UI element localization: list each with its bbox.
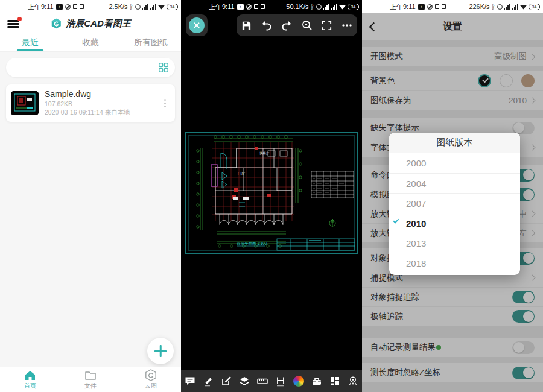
- add-drawing-button[interactable]: [147, 338, 174, 364]
- file-list-item[interactable]: Sample.dwg 107.62KB 2020-03-16 09:11:14 …: [6, 84, 175, 122]
- annotation-toolbar: [181, 370, 362, 392]
- layout-button[interactable]: [328, 374, 342, 388]
- dimension-button[interactable]: [273, 374, 288, 388]
- wifi-icon: [158, 4, 165, 10]
- view-3d-button[interactable]: [346, 374, 360, 388]
- close-icon: [189, 17, 205, 33]
- trash-icon: [254, 4, 258, 9]
- signal-icon: [323, 4, 329, 10]
- option-label: 2000: [406, 158, 426, 168]
- alarm-icon: [497, 4, 503, 10]
- toolbox-icon: [311, 375, 323, 387]
- zoom-search-button[interactable]: [299, 17, 315, 33]
- nav-home[interactable]: 首页: [0, 367, 60, 392]
- search-bar[interactable]: [6, 58, 175, 77]
- projector-eye-icon: [347, 375, 359, 387]
- cad-drawing-canvas[interactable]: 门厅 快餐厅 首层平面图 1:100: [183, 130, 360, 257]
- save-button[interactable]: [239, 17, 255, 33]
- do-not-disturb-icon: [427, 4, 433, 10]
- redo-icon: [281, 19, 293, 31]
- file-thumbnail: [11, 91, 39, 115]
- nav-cloud[interactable]: 云图: [121, 367, 181, 392]
- close-drawing-button[interactable]: [186, 14, 208, 36]
- status-bar: 上午9:11 ♪ 2.5K/s 34: [0, 0, 181, 13]
- status-bar: 上午9:11 ♪ 50.1K/s 34: [181, 0, 362, 13]
- file-name: Sample.dwg: [45, 89, 159, 99]
- undo-button[interactable]: [259, 17, 275, 33]
- do-not-disturb-icon: [65, 4, 71, 10]
- option-label: 2018: [406, 258, 426, 268]
- tab-all-drawings[interactable]: 所有图纸: [121, 34, 181, 51]
- version-option-2004[interactable]: 2004: [389, 173, 520, 193]
- bluetooth-icon: [130, 3, 133, 10]
- drawing-version-dialog: 图纸版本 2000 2004 2007 2010 2013 2018: [389, 133, 520, 275]
- file-size: 107.62KB: [45, 100, 159, 107]
- menu-button[interactable]: [7, 19, 19, 28]
- nav-label: 云图: [145, 382, 157, 390]
- check-icon: [393, 218, 399, 224]
- signal-icon: [512, 4, 518, 10]
- draw-button[interactable]: [201, 374, 215, 388]
- tab-recent[interactable]: 最近: [0, 34, 60, 51]
- wifi-icon: [520, 4, 527, 10]
- trash-icon: [442, 4, 446, 9]
- battery-icon: 34: [348, 4, 359, 10]
- battery-icon: 34: [167, 4, 178, 10]
- status-time: 上午9:11: [209, 2, 235, 11]
- drawing-viewer-panel: 上午9:11 ♪ 50.1K/s 34: [181, 0, 362, 392]
- tab-favorites[interactable]: 收藏: [60, 34, 121, 51]
- version-option-2013[interactable]: 2013: [389, 233, 520, 253]
- music-note-icon: ♪: [237, 4, 244, 10]
- signal-icon: [331, 4, 337, 10]
- drawing-caption: 首层平面图 1:100: [237, 241, 267, 246]
- edit-button[interactable]: [219, 374, 233, 388]
- redo-button[interactable]: [279, 17, 294, 33]
- file-info: Sample.dwg 107.62KB 2020-03-16 09:11:14 …: [45, 89, 159, 117]
- fullscreen-button[interactable]: [319, 17, 335, 33]
- color-button[interactable]: [291, 374, 306, 388]
- layers-button[interactable]: [237, 374, 252, 388]
- status-net-speed: 2.5K/s: [109, 3, 127, 10]
- file-meta: 2020-03-16 09:11:14 来自本地: [45, 109, 159, 117]
- signal-icon: [504, 4, 510, 10]
- do-not-disturb-icon: [246, 4, 252, 10]
- tab-bar: 最近 收藏 所有图纸: [0, 34, 181, 52]
- home-screen-panel: 上午9:11 ♪ 2.5K/s 34: [0, 0, 181, 392]
- nav-label: 文件: [84, 382, 97, 390]
- layers-icon: [238, 375, 250, 387]
- option-label: 2010: [406, 218, 426, 229]
- version-option-2007[interactable]: 2007: [389, 193, 520, 213]
- toolbox-button[interactable]: [310, 374, 324, 388]
- pencil-icon: [202, 375, 214, 387]
- settings-panel: 上午9:11 ♪ 226K/s 34 设置 开图模式 高级制: [362, 0, 543, 392]
- bluetooth-icon: [311, 3, 314, 10]
- magnifier-icon: [301, 19, 313, 31]
- app-title: 浩辰CAD看图王: [66, 18, 131, 30]
- music-note-icon: ♪: [56, 4, 63, 10]
- grid-view-icon[interactable]: [158, 62, 169, 73]
- measure-button[interactable]: [255, 374, 270, 388]
- more-button[interactable]: [339, 17, 355, 33]
- drawing-toolbar: [237, 14, 357, 36]
- color-wheel-icon: [293, 376, 304, 387]
- trash-icon: [435, 4, 439, 9]
- trash-icon: [261, 4, 265, 9]
- version-option-2000[interactable]: 2000: [389, 153, 520, 173]
- comment-button[interactable]: [183, 374, 197, 388]
- trash-icon: [73, 4, 77, 9]
- nav-files[interactable]: 文件: [60, 367, 121, 392]
- option-label: 2013: [406, 238, 426, 248]
- cloud-drawings-icon: [144, 369, 157, 381]
- composite-screenshot: 上午9:11 ♪ 2.5K/s 34: [0, 0, 543, 392]
- brand: 浩辰CAD看图王: [50, 17, 131, 30]
- dimension-icon: [275, 375, 287, 387]
- status-time: 上午9:11: [28, 2, 54, 11]
- file-more-button[interactable]: [159, 95, 170, 111]
- comment-icon: [184, 375, 196, 387]
- alarm-icon: [135, 4, 141, 10]
- version-option-2018[interactable]: 2018: [389, 253, 520, 273]
- version-option-2010[interactable]: 2010: [389, 213, 520, 233]
- search-input[interactable]: [12, 63, 158, 73]
- file-date: 2020-03-16 09:11:14: [45, 109, 103, 116]
- folder-icon: [84, 369, 97, 381]
